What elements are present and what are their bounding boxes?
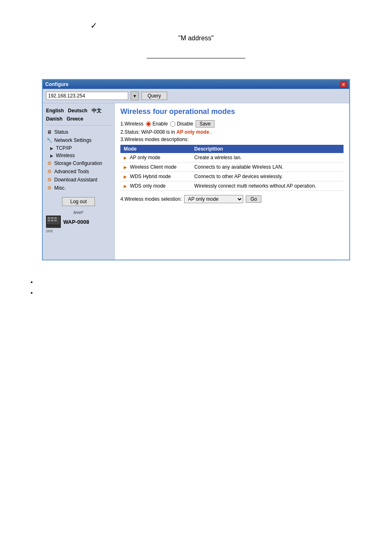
svg-rect-3 <box>51 217 53 219</box>
mac-address-label: "M address" <box>25 35 367 42</box>
disable-radio-label[interactable]: Disable <box>170 121 193 127</box>
network-label: Network Settings <box>54 137 92 143</box>
status-row: 2.Status: WAP-0008 is in AP only mode . <box>120 129 344 135</box>
sidebar-item-tcpip[interactable]: ▶ TCP/IP <box>50 145 111 151</box>
enable-text: Enable <box>152 121 168 127</box>
wireless-label: 1.Wireless <box>120 121 143 127</box>
go-button[interactable]: Go <box>246 195 261 203</box>
mode-name: WDS Hybrid mode <box>130 174 171 179</box>
table-header-row: Mode Descripttion <box>120 145 344 153</box>
enable-radio[interactable] <box>146 121 151 127</box>
lang-english[interactable]: English <box>46 108 64 114</box>
ip-dropdown-button[interactable]: ▼ <box>131 91 139 100</box>
row-arrow-icon: ▶ <box>124 155 127 160</box>
sidebar-item-download[interactable]: ⚙ Download Assistant <box>46 176 111 183</box>
svg-rect-2 <box>48 217 50 219</box>
gear-icon-misc: ⚙ <box>46 185 53 191</box>
bullet-list <box>25 277 367 298</box>
sidebar-item-network[interactable]: 🔧 Network Settings <box>46 137 111 144</box>
table-row: ▶ Wireless Client mode Connects to any a… <box>120 162 344 172</box>
save-button[interactable]: Save <box>196 120 214 128</box>
wireless-label: Wireless <box>56 153 75 158</box>
row-arrow-icon: ▶ <box>124 184 127 188</box>
desc-cell: Connects to other AP devices wirelessly. <box>191 172 344 181</box>
lang-danish[interactable]: Danish <box>46 116 62 122</box>
logout-button[interactable]: Log out <box>62 197 95 206</box>
page-title: Wireless four operational modes <box>120 107 344 116</box>
configure-window: Configure × ▼ Query English Deutsch 中文 D… <box>42 79 350 260</box>
device-icon <box>46 216 61 228</box>
sidebar-item-misc[interactable]: ⚙ Misc. <box>46 185 111 191</box>
lang-greece[interactable]: Greece <box>67 116 83 122</box>
main-content: Wireless four operational modes 1.Wirele… <box>115 103 349 260</box>
logo-text: level¹ <box>46 210 111 215</box>
status-end: . <box>210 129 212 135</box>
close-button[interactable]: × <box>340 81 347 88</box>
mode-table: Mode Descripttion ▶ AP only mode Create … <box>120 145 344 191</box>
underline-placeholder <box>147 50 245 58</box>
top-section: ✓ "M address" <box>8 8 384 79</box>
download-label: Download Assistant <box>54 177 97 183</box>
window-title: Configure <box>45 81 69 87</box>
desc-cell: Wirelessly connect multi networks withou… <box>191 181 344 191</box>
arrow-icon: ▶ <box>50 146 53 151</box>
language-row2: Danish Greece <box>46 116 111 122</box>
svg-rect-6 <box>51 220 53 221</box>
advanced-label: Advanced Tools <box>54 169 89 174</box>
row-arrow-icon: ▶ <box>124 165 127 169</box>
network-icon: 🔧 <box>46 137 53 144</box>
table-row[interactable]: ▶ AP only mode Create a wireless lan. <box>120 153 344 162</box>
gear-icon-advanced: ⚙ <box>46 168 53 175</box>
bullet-item-1 <box>37 277 367 288</box>
disable-text: Disable <box>177 121 193 127</box>
logo-bottom: one <box>46 229 111 233</box>
sidebar-item-storage[interactable]: ⚙ Storage Configuration <box>46 160 111 167</box>
query-button[interactable]: Query <box>141 92 167 100</box>
svg-rect-7 <box>54 220 57 221</box>
ap-mode-link[interactable]: AP only mode <box>176 129 209 135</box>
table-row: ▶ WDS only mode Wirelessly connect multi… <box>120 181 344 191</box>
gear-icon-download: ⚙ <box>46 176 53 183</box>
table-row: ▶ WDS Hybrid mode Connects to other AP d… <box>120 172 344 181</box>
wireless-enable-row: 1.Wireless Enable Disable Save <box>120 120 344 128</box>
sidebar-item-status[interactable]: 🖥 Status <box>46 129 111 135</box>
mode-select[interactable]: AP only modeWireless Client modeWDS Hybr… <box>184 195 243 203</box>
misc-label: Misc. <box>54 185 66 191</box>
mode-name: AP only mode <box>130 155 161 160</box>
svg-rect-4 <box>54 217 57 219</box>
mode-cell: ▶ WDS only mode <box>120 181 191 191</box>
checkmark-icon: ✓ <box>90 21 367 30</box>
storage-label: Storage Configuration <box>54 160 102 166</box>
titlebar: Configure × <box>43 80 349 89</box>
divider <box>46 125 111 125</box>
sidebar-item-wireless[interactable]: ▶ Wireless <box>50 153 111 158</box>
lang-deutsch[interactable]: Deutsch <box>68 108 87 114</box>
selection-row: 4.Wireless modes selestion: AP only mode… <box>120 195 344 203</box>
language-row: English Deutsch 中文 <box>46 107 111 114</box>
mode-cell: ▶ Wireless Client mode <box>120 162 191 172</box>
sidebar-logo: level¹ WAP-00 <box>46 210 111 233</box>
logo-device: WAP-0008 <box>46 216 111 228</box>
sidebar-item-advanced[interactable]: ⚙ Advanced Tools <box>46 168 111 175</box>
disable-radio[interactable] <box>170 121 175 127</box>
bottom-section <box>8 273 384 302</box>
svg-rect-5 <box>48 220 50 221</box>
configure-body: English Deutsch 中文 Danish Greece 🖥 Statu… <box>43 103 349 260</box>
desc-cell: Connects to any available Wireless LAN. <box>191 162 344 172</box>
toolbar: ▼ Query <box>43 89 349 103</box>
mode-cell: ▶ AP only mode <box>120 153 191 162</box>
lang-chinese[interactable]: 中文 <box>92 108 101 114</box>
enable-radio-label[interactable]: Enable <box>146 121 168 127</box>
device-name: WAP-0008 <box>63 219 89 225</box>
desc-row: 3.Wireless modes descriptions: <box>120 137 344 142</box>
mode-column-header: Mode <box>120 145 191 153</box>
tcpip-label: TCP/IP <box>56 145 72 151</box>
arrow-icon-wireless: ▶ <box>50 153 53 158</box>
desc-cell: Create a wireless lan. <box>191 153 344 162</box>
selection-label: 4.Wireless modes selestion: <box>120 196 182 202</box>
ip-input[interactable] <box>46 92 128 100</box>
gear-icon-storage: ⚙ <box>46 160 53 167</box>
sidebar: English Deutsch 中文 Danish Greece 🖥 Statu… <box>43 103 115 260</box>
status-label: Status <box>54 129 68 135</box>
mode-name: WDS only mode <box>130 183 166 189</box>
